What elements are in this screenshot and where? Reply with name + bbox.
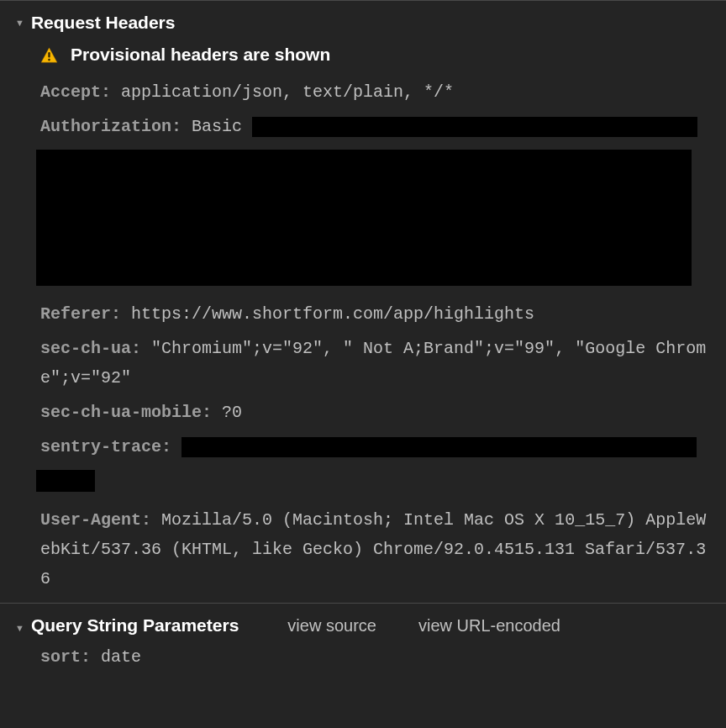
header-value-prefix: Basic [192,117,252,136]
header-name: Referer [40,304,131,324]
header-value: ?0 [222,403,242,422]
header-authorization: AuthorizationBasic [40,109,726,297]
redacted-icon [36,470,95,492]
warning-icon [40,47,58,63]
chevron-down-icon: ▼ [15,18,24,28]
header-name: Authorization [40,117,192,136]
header-referer: Refererhttps://www.shortform.com/app/hig… [40,297,726,331]
header-name: sentry-trace [40,437,182,456]
header-accept: Acceptapplication/json, text/plain, */* [40,75,726,109]
header-sentry-trace: sentry-trace [40,430,726,503]
view-url-encoded-button[interactable]: view URL-encoded [418,616,560,636]
param-name: sort [40,647,101,667]
header-name: sec-ch-ua-mobile [40,403,222,422]
provisional-warning: Provisional headers are shown [40,40,726,75]
header-name: sec-ch-ua [40,339,151,358]
header-name: Accept [40,82,121,102]
query-string-parameters-section: ▼ Query String Parameters view source vi… [0,603,726,676]
section-title: Request Headers [31,13,176,33]
header-sec-ch-ua-mobile: sec-ch-ua-mobile?0 [40,395,726,430]
param-sort: sortdate [40,642,726,669]
warning-text: Provisional headers are shown [71,45,330,65]
redacted-icon [252,117,697,137]
redacted-icon [182,437,697,457]
request-headers-section: ▼ Request Headers Provisional headers ar… [0,0,726,603]
param-value: date [101,647,141,667]
svg-rect-0 [48,52,50,57]
header-value: https://www.shortform.com/app/highlights [131,304,534,324]
query-string-parameters-body: sortdate [0,642,726,669]
request-headers-header[interactable]: ▼ Request Headers [0,8,726,40]
request-headers-body: Provisional headers are shown Acceptappl… [0,40,726,596]
section-actions: view source view URL-encoded [287,616,560,636]
header-value: application/json, text/plain, */* [121,82,454,102]
header-user-agent: User-AgentMozilla/5.0 (Macintosh; Intel … [40,503,726,596]
chevron-down-icon: ▼ [15,624,24,633]
redacted-icon [36,150,692,286]
svg-point-1 [48,58,50,61]
section-title: Query String Parameters [31,615,239,636]
header-name: User-Agent [40,510,161,530]
header-sec-ch-ua: sec-ch-ua"Chromium";v="92", " Not A;Bran… [40,331,726,395]
view-source-button[interactable]: view source [287,616,376,636]
query-string-parameters-header[interactable]: ▼ Query String Parameters view source vi… [0,610,726,642]
